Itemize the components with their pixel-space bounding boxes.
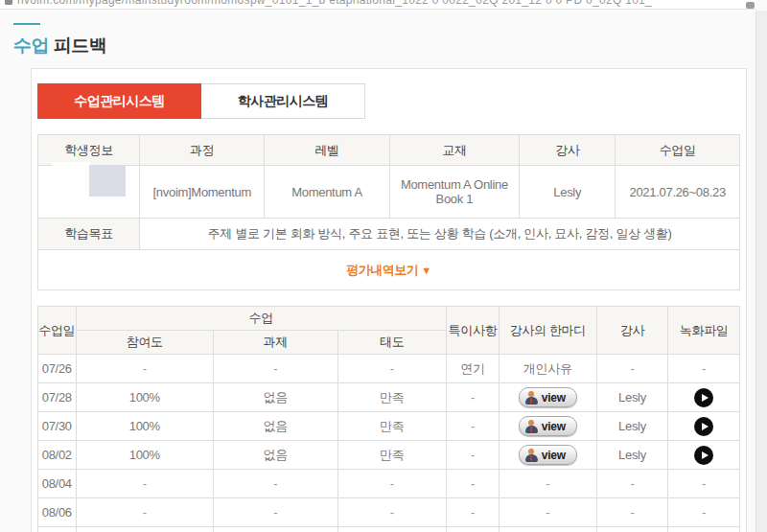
table-row: 08/09 - - - - - - - <box>38 527 740 532</box>
play-recording-icon[interactable] <box>694 446 713 465</box>
evaluation-toggle-row: 평가내역보기 ▼ <box>38 250 740 290</box>
student-name-redaction-block <box>89 165 126 197</box>
person-icon <box>525 391 538 405</box>
attitude-value: - <box>337 355 446 383</box>
note-value: - <box>447 527 500 532</box>
course-value: [nvoim]Momentum <box>140 166 265 219</box>
goal-row: 학습목표 주제 별로 기본 회화 방식, 주요 표현, 또는 상황 학습 (소개… <box>38 219 740 250</box>
goal-label: 학습목표 <box>38 219 140 250</box>
teacher-value: - <box>596 470 668 498</box>
view-comment-button[interactable]: view <box>519 445 577 465</box>
recording-value: - <box>668 470 740 498</box>
scrollbar-thumb[interactable] <box>746 2 755 9</box>
page-title-rest: 피드백 <box>49 35 106 56</box>
table-row: 07/28 100% 없음 만족 - view Lesly <box>38 383 740 412</box>
participation-value: 100% <box>76 412 213 441</box>
participation-value: - <box>76 527 213 532</box>
participation-value: - <box>76 470 213 498</box>
browser-url-strip: nvoim.com/mypage/mainstudyroom/momospw_0… <box>0 0 755 10</box>
attitude-value: 만족 <box>337 441 446 470</box>
table-row: 08/06 - - - - - - - <box>38 498 740 527</box>
table-row: 08/02 100% 없음 만족 - view Lesly <box>38 441 740 470</box>
participation-value: - <box>76 355 213 383</box>
note-value: - <box>447 412 500 441</box>
tab-class-management[interactable]: 수업관리시스템 <box>37 83 201 119</box>
view-comment-button[interactable]: view <box>519 416 577 436</box>
attitude-value: - <box>337 498 446 527</box>
comment-value: - <box>499 498 596 527</box>
tab-academic-management[interactable]: 학사관리시스템 <box>201 83 365 119</box>
info-data-row: [nvoim]Momentum Momentum A Momentum A On… <box>38 166 740 219</box>
table-row: 07/26 - - - 연기 개인사유 - - <box>38 355 740 383</box>
header-level: 레벨 <box>265 135 389 166</box>
header-lesson-date: 수업일 <box>38 307 77 355</box>
level-value: Momentum A <box>265 166 389 219</box>
homework-value: - <box>213 498 337 527</box>
header-recording: 녹화파일 <box>668 307 740 355</box>
title-accent-bar <box>13 23 40 25</box>
play-recording-icon[interactable] <box>694 417 713 436</box>
header-teacher2: 강사 <box>596 307 668 355</box>
header-book: 교재 <box>389 135 519 166</box>
view-evaluation-history-link[interactable]: 평가내역보기 ▼ <box>346 263 431 277</box>
system-tabs: 수업관리시스템 학사관리시스템 <box>37 83 740 119</box>
comment-cell: view <box>499 441 596 470</box>
attitude-value: 만족 <box>337 412 446 441</box>
header-teacher-comment: 강사의 한마디 <box>499 307 596 355</box>
page-title-accent: 수업 <box>13 35 49 56</box>
teacher-value: - <box>596 527 668 532</box>
header-attitude: 태도 <box>337 331 446 355</box>
recording-cell <box>668 383 740 412</box>
homework-value: - <box>213 527 337 532</box>
book-value: Momentum A Online Book 1 <box>389 166 519 219</box>
table-row: 07/30 100% 없음 만족 - view Lesly <box>38 412 740 441</box>
header-participation: 참여도 <box>76 331 213 355</box>
comment-value: - <box>499 470 596 498</box>
header-homework: 과제 <box>213 331 337 355</box>
header-teacher: 강사 <box>520 135 616 166</box>
goal-text: 주제 별로 기본 회화 방식, 주요 표현, 또는 상황 학습 (소개, 인사,… <box>140 219 740 250</box>
note-value: - <box>447 470 500 498</box>
url-text: nvoim.com/mypage/mainstudyroom/momospw_0… <box>17 0 652 7</box>
lesson-date: 08/04 <box>38 470 77 498</box>
note-value: 연기 <box>447 355 500 383</box>
recording-cell <box>668 441 740 470</box>
attitude-value: 만족 <box>337 383 446 412</box>
participation-value: 100% <box>76 441 213 470</box>
teacher-value: Lesly <box>596 441 668 470</box>
info-header-row: 학생정보 과정 레벨 교재 강사 수업일 <box>38 135 740 166</box>
student-name-redaction <box>52 162 90 197</box>
participation-value: 100% <box>76 383 213 412</box>
lesson-date: 07/28 <box>38 383 77 412</box>
teacher-value: - <box>596 498 668 527</box>
person-icon <box>525 420 538 433</box>
table-row: 08/04 - - - - - - - <box>38 470 740 498</box>
header-student-info: 학생정보 <box>38 135 140 166</box>
homework-value: - <box>213 355 337 383</box>
vertical-scrollbar[interactable] <box>755 11 767 532</box>
note-value: - <box>447 498 500 527</box>
recording-value: - <box>668 527 740 532</box>
participation-value: - <box>76 498 213 527</box>
play-recording-icon[interactable] <box>694 388 713 407</box>
teacher-value: Lesly <box>596 412 668 441</box>
homework-value: 없음 <box>213 441 337 470</box>
lesson-schedule-table: 수업일 수업 특이사항 강사의 한마디 강사 녹화파일 참여도 과제 태도 07… <box>37 306 740 532</box>
comment-value: 개인사유 <box>499 355 596 383</box>
note-value: - <box>447 441 500 470</box>
schedule-header-row-1: 수업일 수업 특이사항 강사의 한마디 강사 녹화파일 <box>38 307 740 331</box>
content-panel: 수업관리시스템 학사관리시스템 학생정보 과정 레벨 교재 강사 수업일 [nv… <box>31 68 747 532</box>
header-special-note: 특이사항 <box>447 307 500 355</box>
header-course: 과정 <box>140 135 265 166</box>
teacher-value: Lesly <box>520 166 616 219</box>
recording-value: - <box>668 355 740 383</box>
course-info-table: 학생정보 과정 레벨 교재 강사 수업일 [nvoim]Momentum Mom… <box>37 134 740 290</box>
view-comment-button[interactable]: view <box>519 387 577 407</box>
attitude-value: - <box>337 470 446 498</box>
note-value: - <box>447 383 500 412</box>
homework-value: 없음 <box>213 412 337 441</box>
lesson-date: 08/02 <box>38 441 77 470</box>
homework-value: - <box>213 470 337 498</box>
page-title: 수업 피드백 <box>13 23 106 58</box>
recording-value: - <box>668 498 740 527</box>
